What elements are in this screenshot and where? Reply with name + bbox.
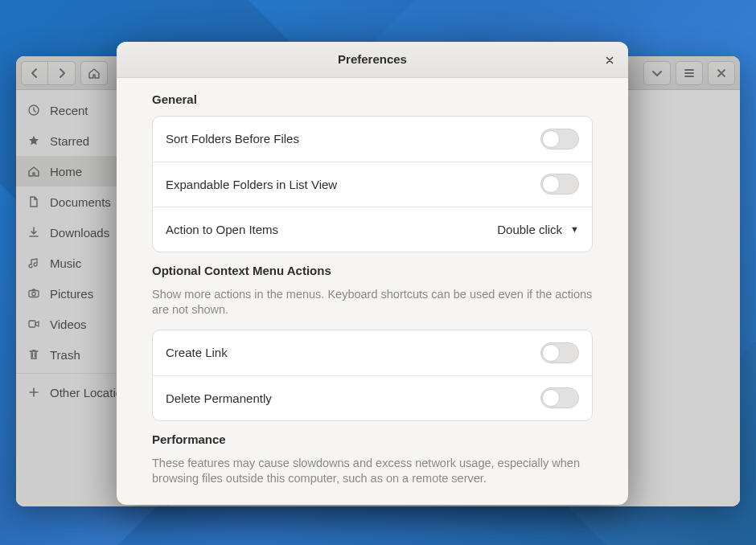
- context-menu-listbox: Create Link Delete Permanently: [152, 330, 593, 421]
- svg-point-2: [32, 292, 35, 295]
- trash-icon: [27, 348, 40, 361]
- sidebar-item-label: Starred: [50, 134, 89, 148]
- clock-icon: [27, 104, 40, 117]
- section-title-general: General: [152, 92, 593, 106]
- row-label: Delete Permanently: [166, 391, 540, 405]
- camera-icon: [27, 287, 40, 300]
- preferences-titlebar: Preferences: [117, 42, 628, 78]
- row-label: Action to Open Items: [166, 223, 497, 236]
- sidebar-item-label: Downloads: [50, 226, 109, 240]
- close-icon: [604, 55, 615, 66]
- sidebar-item-label: Home: [50, 165, 82, 178]
- home-pathbar-button[interactable]: [80, 61, 108, 85]
- preferences-close-button[interactable]: [598, 48, 622, 72]
- document-icon: [27, 195, 40, 208]
- row-label: Create Link: [166, 346, 540, 359]
- preferences-body: General Sort Folders Before Files Expand…: [117, 78, 628, 505]
- chevron-down-icon: ▼: [570, 224, 579, 234]
- chevron-down-icon: [651, 67, 664, 80]
- row-sort-folders: Sort Folders Before Files: [153, 117, 592, 162]
- sidebar-item-label: Documents: [50, 195, 111, 209]
- switch-delete-permanently[interactable]: [540, 387, 579, 408]
- sidebar-item-label: Pictures: [50, 287, 93, 301]
- preferences-dialog: Preferences General Sort Folders Before …: [117, 42, 628, 505]
- download-icon: [27, 226, 40, 239]
- general-listbox: Sort Folders Before Files Expandable Fol…: [152, 116, 593, 252]
- switch-expandable-folders[interactable]: [540, 174, 579, 195]
- section-title-context-menu: Optional Context Menu Actions: [152, 264, 593, 277]
- nav-buttons: [21, 61, 76, 85]
- row-expandable-folders: Expandable Folders in List View: [153, 162, 592, 207]
- chevron-right-icon: [55, 67, 68, 80]
- svg-rect-3: [29, 321, 35, 327]
- back-button[interactable]: [21, 61, 48, 85]
- close-icon: [715, 67, 728, 80]
- row-delete-permanently: Delete Permanently: [153, 375, 592, 420]
- forward-button[interactable]: [48, 61, 76, 85]
- home-icon: [27, 165, 40, 178]
- section-title-performance: Performance: [152, 432, 593, 446]
- sidebar-item-label: Videos: [50, 318, 87, 331]
- music-icon: [27, 256, 40, 269]
- row-label: Expandable Folders in List View: [166, 178, 540, 191]
- video-icon: [27, 318, 40, 330]
- hamburger-icon: [683, 67, 696, 80]
- view-options-button[interactable]: [643, 61, 671, 85]
- home-icon: [88, 67, 101, 80]
- section-desc-performance: These features may cause slowdowns and e…: [152, 456, 593, 487]
- sidebar-item-label: Music: [50, 256, 81, 270]
- chevron-left-icon: [28, 67, 41, 80]
- row-create-link: Create Link: [153, 330, 592, 375]
- section-desc-context-menu: Show more actions in the menus. Keyboard…: [152, 287, 593, 318]
- star-icon: [27, 134, 40, 147]
- sidebar-item-label: Recent: [50, 104, 88, 117]
- switch-sort-folders[interactable]: [540, 129, 579, 150]
- plus-icon: [27, 386, 40, 399]
- combo-value: Double click: [497, 223, 562, 236]
- preferences-title: Preferences: [338, 52, 407, 66]
- row-open-action: Action to Open Items Double click ▼: [153, 207, 592, 252]
- switch-create-link[interactable]: [540, 342, 579, 363]
- sidebar-item-label: Trash: [50, 348, 80, 362]
- combo-open-action[interactable]: Double click ▼: [497, 223, 579, 236]
- row-label: Sort Folders Before Files: [166, 132, 540, 145]
- window-close-button[interactable]: [708, 61, 735, 85]
- hamburger-menu-button[interactable]: [676, 61, 703, 85]
